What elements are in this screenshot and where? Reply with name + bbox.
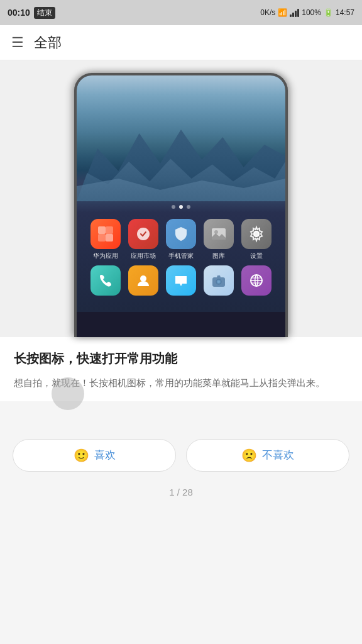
dot-2 [179,205,183,209]
action-buttons: 🙂 喜欢 🙁 不喜欢 [13,439,349,472]
top-nav: ☰ 全部 [0,25,362,60]
svg-rect-3 [106,234,113,242]
floating-circle [52,377,84,410]
volume-up-button [286,126,288,143]
camera-app-icon [204,265,234,296]
like-button[interactable]: 🙂 喜欢 [13,439,176,472]
page-indicator: 1 / 28 [13,482,349,508]
like-emoji: 🙂 [74,448,89,463]
bottom-section: 🙂 喜欢 🙁 不喜欢 1 / 28 [0,401,362,520]
dots-indicator [77,201,285,213]
feature-description: 想自拍，就现在！长按相机图标，常用的功能菜单就能马上从指尖弹出来。 [14,375,348,391]
huawei-app-label: 华为应用 [93,252,118,260]
app-messages[interactable] [164,265,198,298]
phone-mockup: 华为应用 应用市场 [74,73,288,337]
page-separator: / [175,487,183,497]
page-current: 1 [169,487,174,497]
signal-icon [290,8,299,17]
gallery-app-label: 图库 [212,252,225,260]
security-app-icon [166,219,196,249]
clock-right: 14:57 [336,8,354,17]
app-browser[interactable] [239,265,273,298]
dislike-emoji: 🙁 [241,448,257,463]
app-security[interactable]: 手机管家 [164,219,198,260]
svg-rect-1 [106,226,113,234]
dot-3 [187,205,190,209]
huawei-app-icon [90,219,121,249]
security-app-label: 手机管家 [168,252,194,260]
like-label: 喜欢 [94,448,116,462]
dot-1 [172,205,175,209]
app-row-2 [87,265,275,298]
battery-level: 100% [302,8,321,17]
battery-icon: 🔋 [324,8,333,17]
market-app-label: 应用市场 [131,252,156,260]
svg-point-8 [140,275,146,282]
phone-right-edge [286,126,288,166]
main-content: 华为应用 应用市场 [0,60,362,520]
wifi-icon: 📶 [278,8,287,17]
svg-rect-0 [98,226,106,234]
phone-wallpaper [77,75,285,201]
status-left: 00:10 结束 [8,7,55,19]
settings-app-icon [241,219,272,249]
svg-point-11 [217,280,220,283]
feature-title: 长按图标，快速打开常用功能 [14,350,348,367]
dislike-button[interactable]: 🙁 不喜欢 [186,439,349,472]
status-call-label: 结束 [34,7,55,19]
app-contacts[interactable] [126,265,160,298]
nav-title: 全部 [34,33,62,52]
svg-rect-2 [98,234,106,242]
app-row-1: 华为应用 应用市场 [87,219,275,260]
app-gallery[interactable]: 图库 [202,219,236,260]
app-grid: 华为应用 应用市场 [77,213,285,312]
app-market[interactable]: 应用市场 [126,219,160,260]
gallery-app-icon [204,219,234,249]
app-phone[interactable] [89,265,123,298]
text-section: 长按图标，快速打开常用功能 想自拍，就现在！长按相机图标，常用的功能菜单就能马上… [0,337,362,401]
dislike-label: 不喜欢 [262,448,294,462]
page-total: 28 [182,487,193,497]
settings-app-label: 设置 [250,252,263,260]
browser-app-icon [241,265,272,296]
app-huawei[interactable]: 华为应用 [89,219,123,260]
contacts-app-icon [128,265,158,296]
status-right: 0K/s 📶 100% 🔋 14:57 [260,8,354,17]
svg-point-5 [214,230,218,234]
menu-icon[interactable]: ☰ [11,35,24,51]
messages-app-icon [166,265,196,296]
app-settings[interactable]: 设置 [239,219,273,260]
phone-mockup-container: 华为应用 应用市场 [0,60,362,337]
status-bar: 00:10 结束 0K/s 📶 100% 🔋 14:57 [0,0,362,25]
market-app-icon [128,219,158,249]
network-speed: 0K/s [260,8,275,17]
status-time: 00:10 [8,8,30,18]
volume-down-button [286,148,288,166]
app-camera[interactable] [202,265,236,298]
phone-app-icon [90,265,121,296]
